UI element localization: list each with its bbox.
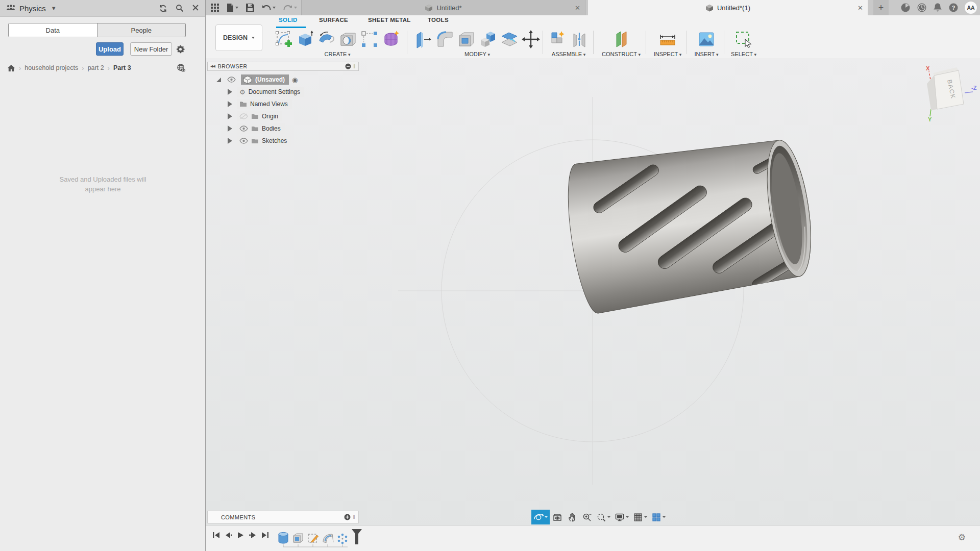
close-tab-icon[interactable]: ✕ xyxy=(575,4,580,12)
step-back-button[interactable] xyxy=(224,531,233,539)
combine-icon[interactable] xyxy=(478,30,498,49)
file-menu-button[interactable] xyxy=(227,4,238,12)
expand-arrow-icon[interactable] xyxy=(229,89,232,94)
notifications-bell-icon[interactable] xyxy=(933,3,942,13)
group-label-assemble[interactable]: ASSEMBLE xyxy=(552,51,585,57)
grid-snaps-button[interactable] xyxy=(631,510,649,524)
app-grid-icon[interactable] xyxy=(211,4,219,12)
shell-icon[interactable] xyxy=(457,30,476,49)
expand-triangle-icon[interactable] xyxy=(216,78,221,82)
home-icon[interactable] xyxy=(7,64,15,72)
eye-icon[interactable] xyxy=(239,138,248,144)
eye-icon[interactable] xyxy=(227,77,236,83)
new-folder-button[interactable]: New Folder xyxy=(130,42,172,56)
group-label-create[interactable]: CREATE xyxy=(325,51,351,57)
browser-row-bodies[interactable]: Bodies xyxy=(207,122,359,135)
tab-solid[interactable]: SOLID xyxy=(279,17,298,25)
upload-button[interactable]: Upload xyxy=(96,42,124,56)
browser-row-document-settings[interactable]: ⚙ Document Settings xyxy=(207,86,359,98)
insert-canvas-icon[interactable] xyxy=(697,30,716,49)
expand-arrow-icon[interactable] xyxy=(229,126,232,131)
feature-cylinder-icon[interactable] xyxy=(277,532,289,545)
pan-button[interactable] xyxy=(565,510,579,524)
tab-people[interactable]: People xyxy=(97,23,186,37)
create-sketch-icon[interactable] xyxy=(274,30,293,49)
browser-row-origin[interactable]: Origin xyxy=(207,110,359,122)
group-label-modify[interactable]: MODIFY xyxy=(464,51,490,57)
browser-panel-header[interactable]: ◀◀ BROWSER ‖ xyxy=(207,62,359,71)
avatar[interactable]: AA xyxy=(965,2,977,14)
version-history-clock-icon[interactable] xyxy=(917,3,927,13)
view-cube[interactable]: X Y -Z BACK xyxy=(919,63,977,122)
comments-panel-header[interactable]: COMMENTS ‖ xyxy=(207,511,359,523)
undo-button[interactable] xyxy=(262,4,276,11)
feature-shell-icon[interactable] xyxy=(292,532,304,545)
move-icon[interactable] xyxy=(521,30,541,49)
select-icon[interactable] xyxy=(734,30,753,49)
tab-surface[interactable]: SURFACE xyxy=(319,17,348,25)
group-label-inspect[interactable]: INSPECT xyxy=(654,51,682,57)
offset-plane-icon[interactable] xyxy=(500,30,519,49)
collapse-panel-icon[interactable]: ◀◀ xyxy=(210,64,215,68)
zoom-button[interactable] xyxy=(579,510,594,524)
hole-icon[interactable] xyxy=(338,30,358,49)
activate-radio-icon[interactable]: ◉ xyxy=(292,76,298,84)
design-workspace-button[interactable]: DESIGN xyxy=(215,24,262,51)
fillet-icon[interactable] xyxy=(435,30,455,49)
eye-hidden-icon[interactable] xyxy=(239,113,248,119)
resize-grip-icon[interactable]: ‖ xyxy=(353,514,355,520)
save-icon[interactable] xyxy=(246,4,254,12)
breadcrumb-item[interactable]: part 2 xyxy=(88,64,104,71)
rectangular-pattern-icon[interactable] xyxy=(360,30,379,49)
skip-to-end-button[interactable] xyxy=(261,531,270,539)
timeline-settings-gear-icon[interactable]: ⚙ xyxy=(958,532,966,543)
tab-data[interactable]: Data xyxy=(9,23,97,37)
expand-arrow-icon[interactable] xyxy=(229,138,232,143)
create-form-icon[interactable] xyxy=(381,30,401,49)
breadcrumb-item[interactable]: household projects xyxy=(24,64,78,71)
add-comment-icon[interactable] xyxy=(344,514,351,520)
close-panel-icon[interactable] xyxy=(192,4,199,11)
redo-button[interactable] xyxy=(283,4,297,11)
browser-root-row[interactable]: (Unsaved) ◉ xyxy=(207,73,359,86)
construct-plane-icon[interactable] xyxy=(611,30,631,49)
orbit-button[interactable] xyxy=(531,510,550,524)
viewports-button[interactable] xyxy=(649,510,668,524)
chevron-down-icon[interactable]: ▼ xyxy=(51,5,57,11)
browser-row-sketches[interactable]: Sketches xyxy=(207,135,359,147)
look-at-button[interactable] xyxy=(550,510,565,524)
search-icon[interactable] xyxy=(176,4,184,12)
panel-settings-gear-icon[interactable] xyxy=(176,45,185,54)
feature-sketch-icon[interactable] xyxy=(307,532,319,545)
press-pull-icon[interactable] xyxy=(414,30,433,49)
feature-circular-pattern-icon[interactable] xyxy=(336,532,349,545)
tab-sheet-metal[interactable]: SHEET METAL xyxy=(368,17,411,25)
resize-grip-icon[interactable]: ‖ xyxy=(353,64,356,69)
web-view-icon[interactable] xyxy=(177,63,186,72)
minimize-circle-icon[interactable] xyxy=(345,63,351,69)
browser-row-named-views[interactable]: Named Views xyxy=(207,98,359,110)
step-forward-button[interactable] xyxy=(249,531,257,539)
play-button[interactable] xyxy=(236,531,245,539)
tab-tools[interactable]: TOOLS xyxy=(428,17,449,25)
extrude-icon[interactable] xyxy=(296,30,315,49)
root-selection[interactable]: (Unsaved) xyxy=(241,74,289,85)
new-tab-button[interactable]: + xyxy=(873,0,889,15)
feature-emboss-icon[interactable] xyxy=(322,532,334,545)
group-label-select[interactable]: SELECT xyxy=(731,51,756,57)
group-label-insert[interactable]: INSERT xyxy=(694,51,718,57)
doc-tab-untitled[interactable]: Untitled* ✕ xyxy=(301,0,585,15)
zoom-window-button[interactable] xyxy=(594,510,612,524)
eye-icon[interactable] xyxy=(239,126,248,132)
measure-icon[interactable] xyxy=(658,30,677,49)
joint-icon[interactable] xyxy=(570,30,589,49)
job-status-icon[interactable] xyxy=(900,3,911,13)
expand-arrow-icon[interactable] xyxy=(229,102,232,107)
refresh-icon[interactable] xyxy=(159,4,167,13)
expand-arrow-icon[interactable] xyxy=(229,114,232,119)
help-icon[interactable]: ? xyxy=(948,3,959,13)
revolve-icon[interactable] xyxy=(317,30,336,49)
new-component-icon[interactable] xyxy=(548,30,568,49)
skip-to-start-button[interactable] xyxy=(212,531,220,539)
doc-tab-untitled-1[interactable]: Untitled*(1) ✕ xyxy=(588,0,868,15)
